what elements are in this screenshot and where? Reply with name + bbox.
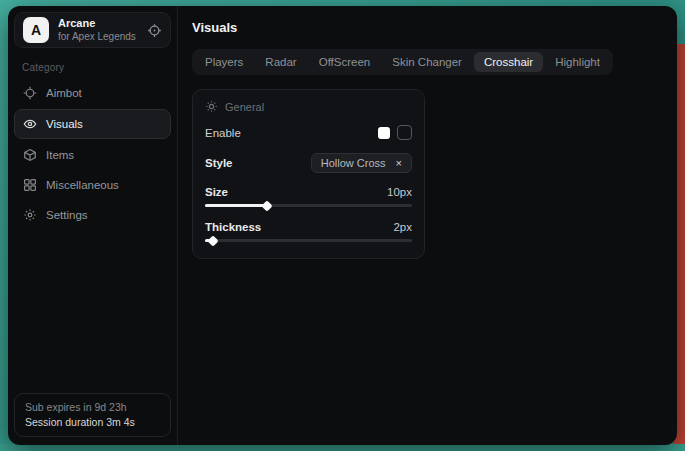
sidebar-item-items[interactable]: Items	[14, 141, 171, 169]
sidebar-spacer	[14, 229, 171, 393]
color-swatch[interactable]	[378, 127, 390, 139]
enable-controls	[378, 125, 412, 140]
size-row: Size 10px	[205, 186, 412, 198]
tab-bar: Players Radar OffScreen Skin Changer Cro…	[192, 49, 613, 75]
size-value: 10px	[387, 186, 412, 198]
clear-icon[interactable]: ×	[396, 158, 402, 169]
sidebar-item-label: Visuals	[46, 118, 83, 130]
thickness-value: 2px	[393, 221, 412, 233]
thickness-slider[interactable]	[205, 239, 412, 242]
sidebar: A Arcane for Apex Legends Category	[8, 6, 178, 445]
tab-offscreen[interactable]: OffScreen	[309, 52, 381, 72]
general-panel: General Enable Style Hollow Cross ×	[192, 89, 425, 259]
tab-skin-changer[interactable]: Skin Changer	[382, 52, 472, 72]
size-slider[interactable]	[205, 204, 412, 207]
sidebar-item-aimbot[interactable]: Aimbot	[14, 79, 171, 107]
panel-header: General	[205, 100, 412, 113]
style-label: Style	[205, 157, 233, 169]
session-duration-text: Session duration 3m 4s	[25, 416, 160, 428]
tab-highlight[interactable]: Highlight	[545, 52, 610, 72]
thickness-slider-thumb[interactable]	[208, 235, 219, 246]
sidebar-item-label: Settings	[46, 209, 88, 221]
tab-crosshair[interactable]: Crosshair	[474, 52, 543, 72]
size-slider-thumb[interactable]	[261, 200, 272, 211]
style-row: Style Hollow Cross ×	[205, 153, 412, 173]
app-subtitle: for Apex Legends	[58, 31, 138, 44]
sun-icon	[205, 100, 218, 113]
enable-label: Enable	[205, 127, 241, 139]
enable-checkbox[interactable]	[397, 125, 412, 140]
tab-players[interactable]: Players	[195, 52, 253, 72]
box-icon	[23, 148, 37, 162]
app-logo: A	[23, 17, 49, 43]
eye-icon	[23, 117, 37, 131]
background-bottom	[0, 444, 685, 451]
gear-icon	[23, 208, 37, 222]
target-icon[interactable]	[147, 23, 162, 38]
app-title-block: Arcane for Apex Legends	[58, 17, 138, 43]
sidebar-item-visuals[interactable]: Visuals	[14, 109, 171, 139]
size-slider-fill	[205, 204, 267, 207]
grid-icon	[23, 178, 37, 192]
sidebar-item-label: Aimbot	[46, 87, 82, 99]
enable-row: Enable	[205, 125, 412, 140]
thickness-label: Thickness	[205, 221, 261, 233]
size-label: Size	[205, 186, 228, 198]
sidebar-nav: Aimbot Visuals Items	[14, 79, 171, 229]
sidebar-item-label: Items	[46, 149, 74, 161]
style-select[interactable]: Hollow Cross ×	[311, 153, 412, 173]
sidebar-item-label: Miscellaneous	[46, 179, 119, 191]
tab-radar[interactable]: Radar	[255, 52, 306, 72]
logo-card: A Arcane for Apex Legends	[14, 12, 171, 48]
category-label: Category	[22, 62, 171, 73]
sidebar-item-miscellaneous[interactable]: Miscellaneous	[14, 171, 171, 199]
style-value: Hollow Cross	[321, 157, 386, 169]
thickness-row: Thickness 2px	[205, 221, 412, 233]
page-title: Visuals	[192, 20, 663, 35]
panel-header-label: General	[225, 101, 264, 113]
main-content: Visuals Players Radar OffScreen Skin Cha…	[178, 6, 677, 445]
subscription-card: Sub expires in 9d 23h Session duration 3…	[14, 393, 171, 437]
crosshair-icon	[23, 86, 37, 100]
arcane-overlay-window: A Arcane for Apex Legends Category	[8, 6, 677, 445]
sidebar-item-settings[interactable]: Settings	[14, 201, 171, 229]
app-name: Arcane	[58, 17, 138, 31]
sub-expires-text: Sub expires in 9d 23h	[25, 401, 160, 413]
thickness-slider-fill	[205, 239, 213, 242]
